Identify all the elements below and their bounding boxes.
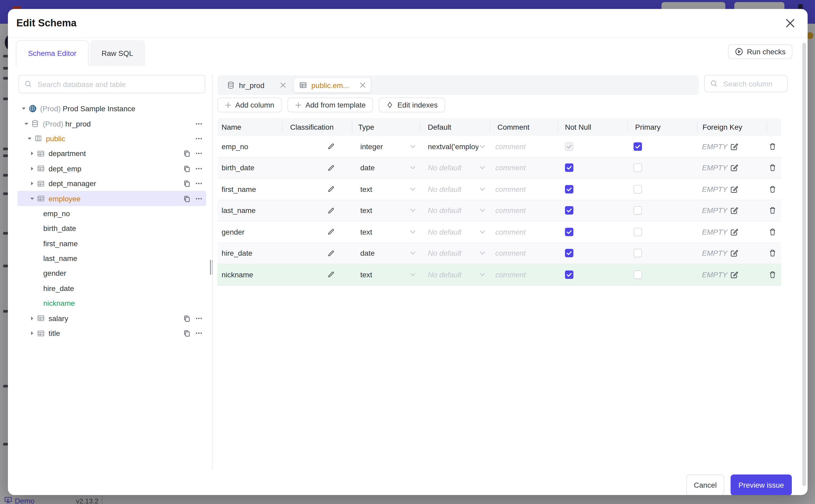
tree-node-nickname[interactable]: nickname: [17, 296, 206, 311]
delete-column-icon[interactable]: [768, 228, 776, 236]
run-checks-button[interactable]: Run checks: [728, 44, 792, 59]
copy-icon[interactable]: [183, 165, 190, 172]
tree-node-hire_date[interactable]: hire_date: [17, 281, 206, 296]
classification-edit-icon[interactable]: [327, 185, 335, 193]
tree-node-salary[interactable]: salary: [17, 311, 206, 326]
chevron-right-icon[interactable]: [29, 181, 35, 186]
classification-edit-icon[interactable]: [327, 143, 335, 151]
copy-icon[interactable]: [183, 180, 190, 187]
comment-input[interactable]: comment: [490, 221, 558, 242]
more-icon[interactable]: [195, 120, 202, 127]
close-icon[interactable]: [785, 18, 795, 28]
type-select[interactable]: text: [352, 200, 420, 221]
modal-scrollbar[interactable]: [802, 43, 806, 486]
primary-checkbox[interactable]: [634, 206, 642, 215]
tree-node-first_name[interactable]: first_name: [17, 236, 206, 251]
primary-checkbox[interactable]: [634, 142, 642, 151]
tree-node-gender[interactable]: gender: [17, 266, 206, 281]
classification-edit-icon[interactable]: [327, 271, 335, 279]
default-select[interactable]: No default: [420, 157, 490, 178]
tree-node-title[interactable]: title: [17, 326, 206, 341]
tree-node-hr_prod[interactable]: (Prod) hr_prod: [17, 116, 206, 131]
column-name-input[interactable]: last_name: [221, 206, 255, 215]
classification-edit-icon[interactable]: [327, 207, 335, 215]
type-select[interactable]: text: [352, 264, 420, 285]
classification-edit-icon[interactable]: [327, 164, 335, 172]
more-icon[interactable]: [195, 314, 202, 322]
type-select[interactable]: text: [352, 221, 420, 242]
copy-icon[interactable]: [183, 150, 190, 157]
chevron-down-icon[interactable]: [29, 196, 35, 201]
delete-column-icon[interactable]: [768, 185, 776, 193]
tree-node-prod-sample-instance[interactable]: (Prod) Prod Sample Instance: [17, 101, 206, 116]
column-name-input[interactable]: birth_date: [221, 164, 254, 172]
more-icon[interactable]: [195, 150, 202, 157]
column-name-input[interactable]: emp_no: [221, 142, 248, 151]
resize-handle[interactable]: [210, 260, 214, 275]
foreign-key-edit-icon[interactable]: [730, 185, 739, 193]
chevron-right-icon[interactable]: [29, 151, 35, 156]
type-select[interactable]: integer: [352, 136, 420, 157]
tree-node-employee[interactable]: employee: [17, 191, 206, 206]
tree-node-department[interactable]: department: [17, 146, 206, 161]
classification-edit-icon[interactable]: [327, 228, 335, 236]
default-select[interactable]: No default: [420, 200, 490, 221]
primary-checkbox[interactable]: [634, 249, 642, 258]
more-icon[interactable]: [195, 135, 202, 142]
classification-edit-icon[interactable]: [327, 249, 335, 257]
not-null-checkbox[interactable]: [565, 164, 574, 172]
type-select[interactable]: text: [352, 179, 420, 200]
add-column-button[interactable]: Add column: [217, 98, 282, 112]
default-select[interactable]: No default: [420, 179, 490, 200]
chevron-down-icon[interactable]: [23, 121, 30, 126]
cancel-button[interactable]: Cancel: [686, 474, 724, 495]
not-null-checkbox[interactable]: [565, 185, 574, 193]
not-null-checkbox[interactable]: [565, 249, 574, 258]
close-tab-icon[interactable]: [360, 82, 365, 88]
primary-checkbox[interactable]: [634, 164, 642, 172]
column-name-input[interactable]: hire_date: [221, 249, 252, 258]
chevron-right-icon[interactable]: [29, 331, 35, 336]
tree-node-dept_manager[interactable]: dept_manager: [17, 176, 206, 191]
chevron-down-icon[interactable]: [21, 106, 27, 111]
column-search-input[interactable]: [722, 79, 782, 88]
foreign-key-edit-icon[interactable]: [730, 142, 739, 151]
foreign-key-edit-icon[interactable]: [730, 164, 739, 172]
editor-tab-public-em---[interactable]: public.em...: [293, 77, 371, 93]
foreign-key-edit-icon[interactable]: [730, 206, 739, 215]
tree-node-dept_emp[interactable]: dept_emp: [17, 161, 206, 176]
chevron-right-icon[interactable]: [29, 316, 35, 321]
not-null-checkbox[interactable]: [565, 206, 574, 215]
delete-column-icon[interactable]: [768, 249, 776, 258]
not-null-checkbox[interactable]: [565, 228, 574, 236]
tab-schema-editor[interactable]: Schema Editor: [16, 40, 89, 66]
tree-node-last_name[interactable]: last_name: [17, 251, 206, 266]
editor-tab-hr_prod[interactable]: hr_prod: [221, 77, 291, 93]
foreign-key-edit-icon[interactable]: [730, 249, 739, 258]
comment-input[interactable]: comment: [490, 136, 558, 157]
column-name-input[interactable]: nickname: [221, 270, 253, 279]
delete-column-icon[interactable]: [768, 164, 776, 172]
more-icon[interactable]: [195, 165, 202, 172]
preview-issue-button[interactable]: Preview issue: [731, 474, 792, 495]
column-name-input[interactable]: gender: [221, 228, 244, 236]
delete-column-icon[interactable]: [768, 142, 776, 151]
primary-checkbox[interactable]: [634, 185, 642, 193]
copy-icon[interactable]: [183, 195, 190, 202]
foreign-key-edit-icon[interactable]: [730, 228, 739, 236]
tab-raw-sql[interactable]: Raw SQL: [90, 40, 145, 66]
foreign-key-edit-icon[interactable]: [730, 270, 739, 279]
edit-indexes-button[interactable]: Edit indexes: [379, 98, 445, 112]
default-select[interactable]: No default: [420, 243, 490, 264]
type-select[interactable]: date: [352, 243, 420, 264]
chevron-right-icon[interactable]: [29, 166, 35, 171]
more-icon[interactable]: [195, 180, 202, 187]
column-name-input[interactable]: first_name: [221, 185, 256, 193]
comment-input[interactable]: comment: [490, 179, 558, 200]
default-select[interactable]: No default: [420, 264, 490, 285]
default-select[interactable]: nextval('employ: [420, 136, 490, 157]
copy-icon[interactable]: [183, 314, 190, 322]
more-icon[interactable]: [195, 329, 202, 337]
comment-input[interactable]: comment: [490, 264, 558, 285]
tree-node-birth_date[interactable]: birth_date: [17, 221, 206, 236]
